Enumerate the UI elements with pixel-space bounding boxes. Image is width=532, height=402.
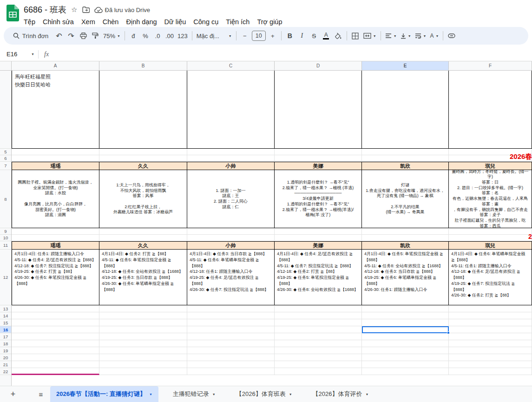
name-header-cell[interactable]: 凯欣: [362, 162, 449, 170]
add-sheet-button[interactable]: +: [7, 388, 20, 401]
italic-button[interactable]: I: [296, 30, 308, 42]
row-header-14[interactable]: 14: [0, 312, 11, 319]
empty-cell[interactable]: [362, 354, 449, 361]
empty-cell[interactable]: [449, 228, 532, 235]
bold-button[interactable]: B: [284, 30, 296, 42]
row-header-21[interactable]: 21: [0, 361, 11, 368]
empty-cell[interactable]: [99, 326, 187, 333]
empty-cell[interactable]: [99, 361, 187, 368]
empty-cell[interactable]: [99, 305, 187, 312]
task-cell[interactable]: 4月1日-4日: ◆ 任务2: 打赏 ≧【88】 4/5-11: ◆ 任务5: …: [99, 250, 187, 305]
empty-cell[interactable]: [12, 312, 99, 319]
sheet-tab-2[interactable]: 【2026】体育班表 ▼: [230, 386, 298, 402]
name-header-cell[interactable]: 小帅: [187, 162, 275, 170]
empty-cell[interactable]: [362, 368, 449, 375]
name-box[interactable]: E16 ▼: [0, 51, 38, 58]
empty-cell[interactable]: [275, 340, 362, 347]
empty-cell[interactable]: [275, 71, 362, 149]
name-header-cell[interactable]: 瑶瑶: [12, 162, 99, 170]
sheet-tab-1[interactable]: 主播犯错记录 ▼: [167, 386, 222, 402]
row-header-15[interactable]: 15: [0, 319, 11, 326]
empty-cell[interactable]: [12, 326, 99, 333]
empty-cell[interactable]: [99, 333, 187, 340]
empty-cell[interactable]: [449, 305, 532, 312]
empty-cell[interactable]: [99, 149, 187, 155]
row-header-13[interactable]: 13: [0, 305, 11, 312]
empty-cell[interactable]: [362, 333, 449, 340]
riddle-cell[interactable]: 圓圓肚子裡。裝滿金銀財，進火洗個澡， 全家笑開懷。(打一食物) 謎底：水餃 像月…: [12, 170, 99, 228]
empty-cell[interactable]: [12, 347, 99, 354]
empty-cell[interactable]: [449, 333, 532, 340]
empty-cell[interactable]: [12, 228, 99, 235]
undo-button[interactable]: ↶: [53, 30, 65, 42]
text-color-button[interactable]: A: [320, 30, 332, 42]
empty-cell[interactable]: [12, 354, 99, 361]
empty-cell[interactable]: [275, 312, 362, 319]
percent-format-button[interactable]: %: [139, 30, 151, 42]
task-cell[interactable]: 4月1日-4日: ◆ 任务5: 单笔投注指定金额 ≧【888】 4/5-11: …: [362, 250, 449, 305]
empty-cell[interactable]: [187, 354, 275, 361]
empty-cell[interactable]: [12, 155, 99, 162]
empty-cell[interactable]: [187, 305, 275, 312]
vertical-align-button[interactable]: ▼: [399, 30, 413, 42]
empty-cell[interactable]: [12, 333, 99, 340]
menu-help[interactable]: Trợ giúp: [253, 17, 286, 26]
move-folder-icon[interactable]: [82, 7, 90, 13]
empty-cell[interactable]: [275, 361, 362, 368]
empty-cell[interactable]: [187, 368, 275, 375]
redo-button[interactable]: ↷: [65, 30, 77, 42]
empty-cell[interactable]: [449, 319, 532, 326]
riddle-cell[interactable]: 1. 謎面：一加一 謎底：王 2. 謎面：二人同心 謎底：仁: [187, 170, 275, 228]
menu-tools[interactable]: Công cụ: [190, 17, 222, 26]
empty-cell[interactable]: [12, 319, 99, 326]
text-rotation-button[interactable]: A ▼: [428, 30, 441, 42]
empty-cell[interactable]: [187, 312, 275, 319]
name-header-cell[interactable]: 美娜: [275, 162, 362, 170]
empty-cell[interactable]: [187, 155, 275, 162]
menu-view[interactable]: Xem: [78, 17, 99, 26]
empty-cell[interactable]: [449, 347, 532, 354]
empty-cell[interactable]: [362, 235, 449, 241]
empty-cell[interactable]: [275, 326, 362, 333]
empty-cell[interactable]: [362, 312, 449, 319]
empty-cell[interactable]: [275, 368, 362, 375]
empty-cell[interactable]: [362, 361, 449, 368]
empty-cell[interactable]: [187, 333, 275, 340]
cell-greeting[interactable]: 馬年旺旺福星照 快樂日日笑哈哈: [12, 71, 99, 149]
task-cell[interactable]: 4月1日-4日: ◆ 任务4: 足/篮总有效投注 ≧【888】 4/5-11: …: [275, 250, 362, 305]
empty-cell[interactable]: [362, 347, 449, 354]
star-icon[interactable]: ☆: [71, 6, 77, 14]
menu-data[interactable]: Dữ liệu: [161, 17, 190, 26]
empty-cell[interactable]: [99, 347, 187, 354]
name-header-cell[interactable]: 久久: [99, 241, 187, 250]
empty-cell[interactable]: [99, 155, 187, 162]
empty-cell[interactable]: [187, 235, 275, 241]
merge-cells-button[interactable]: ▼: [361, 30, 378, 42]
column-header-F[interactable]: F: [449, 61, 532, 70]
row-header-20[interactable]: 20: [0, 354, 11, 361]
riddle-cell[interactable]: 畫時圓，寫時方；冬時短，夏時長。(猜一字) 答案：日 2. 題目：一口咬掉多半截…: [449, 170, 532, 228]
empty-cell[interactable]: [449, 361, 532, 368]
empty-cell[interactable]: [99, 368, 187, 375]
fill-handle[interactable]: [447, 331, 450, 334]
empty-cell[interactable]: [12, 149, 99, 155]
empty-cell[interactable]: [99, 312, 187, 319]
empty-cell[interactable]: [275, 305, 362, 312]
font-select[interactable]: Mặc đị... ▼: [195, 30, 234, 42]
sheets-logo-icon[interactable]: [7, 5, 19, 21]
document-title[interactable]: 6686 - 班表: [24, 4, 66, 15]
font-size-input[interactable]: 10: [252, 31, 266, 41]
text-wrap-button[interactable]: ▼: [413, 30, 428, 42]
menu-extensions[interactable]: Tiện ích: [222, 17, 253, 26]
empty-cell[interactable]: [12, 305, 99, 312]
empty-cell[interactable]: [99, 354, 187, 361]
empty-cell[interactable]: [362, 149, 449, 155]
menu-edit[interactable]: Chỉnh sửa: [39, 17, 78, 26]
empty-cell[interactable]: [275, 347, 362, 354]
empty-cell[interactable]: [99, 71, 187, 149]
empty-cell[interactable]: [362, 228, 449, 235]
row-header-12[interactable]: 12: [0, 250, 11, 305]
column-header-D[interactable]: D: [275, 61, 362, 70]
borders-button[interactable]: [349, 30, 361, 42]
increase-decimal-button[interactable]: .00: [164, 30, 176, 42]
